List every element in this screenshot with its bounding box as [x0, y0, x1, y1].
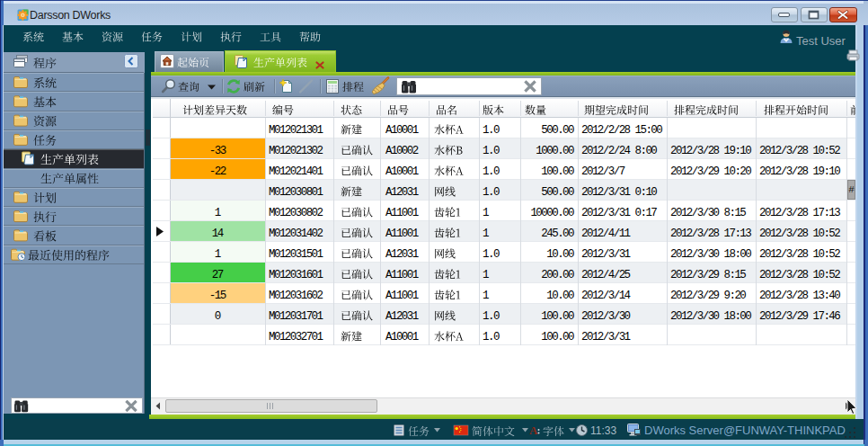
- svg-text:A: A: [529, 424, 538, 437]
